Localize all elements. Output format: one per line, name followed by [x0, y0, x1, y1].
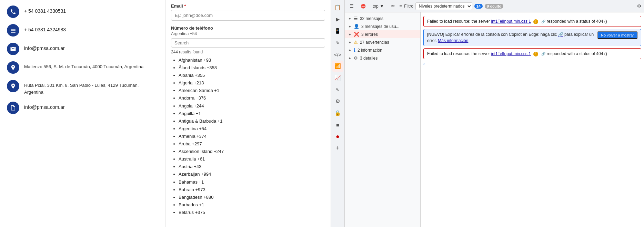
info-link-icon[interactable]: 🔗	[558, 32, 563, 37]
devtools-network-icon[interactable]: 📶	[332, 61, 343, 72]
email-required-marker: *	[183, 3, 186, 9]
email-input[interactable]	[171, 10, 325, 21]
phone1-text: + 54 0381 4330531	[24, 6, 66, 15]
devtools-left-pane: ► ☰ 32 mensajes ► 👤 3 mensajes de usu...…	[345, 12, 421, 227]
country-list-item[interactable]: Bahrain +973	[179, 186, 325, 194]
error-card-2: Failed to load resource: the server int1…	[423, 48, 641, 59]
country-list-item[interactable]: Bahamas +1	[179, 178, 325, 186]
contact-item-email2: info@pmsa.com.ar	[7, 102, 158, 114]
devtools-mobile-icon[interactable]: 📱	[332, 25, 343, 37]
gear-btn[interactable]: ⚙	[637, 3, 641, 9]
country-list-item[interactable]: Albania +355	[179, 72, 325, 79]
phone2-text: + 54 0381 4324983	[24, 24, 66, 33]
info-more-link[interactable]: Más información	[438, 38, 468, 43]
contact-panel: + 54 0381 4330531 + 54 0381 4324983 info…	[0, 0, 165, 227]
phone-country: Argentina +54	[171, 31, 325, 36]
dt-msg-row-errors[interactable]: ► ❌ 3 errores	[345, 30, 420, 38]
contact-item-email1: info@pmsa.com.ar	[7, 43, 158, 55]
dt-row-arrow-details: ►	[348, 56, 352, 60]
email1-text: info@pmsa.com.ar	[24, 43, 65, 52]
error1-link-icon: 🔗	[541, 19, 546, 24]
dt-row-text-warnings: 27 advertencias	[360, 40, 417, 45]
country-list-item[interactable]: Afghanistan +93	[179, 56, 325, 64]
dt-row-arrow-all-messages: ►	[348, 17, 352, 20]
dt-msg-row-details[interactable]: ► ⚙ 3 detalles	[345, 54, 420, 62]
top-dropdown-btn[interactable]: top ▼	[370, 3, 386, 10]
dt-msg-row-info[interactable]: ► ℹ 2 información	[345, 46, 420, 54]
devtools-security-icon[interactable]: 🔒	[332, 107, 343, 118]
country-list-item[interactable]: Åland Islands +358	[179, 64, 325, 72]
country-list-item[interactable]: Barbados +1	[179, 201, 325, 209]
country-list-item[interactable]: Aruba +297	[179, 140, 325, 148]
no-show-button[interactable]: No volver a mostrar	[597, 31, 637, 39]
country-list-item[interactable]: Ascension Island +247	[179, 148, 325, 155]
devtools-wifi-icon[interactable]: ∿	[332, 84, 343, 95]
country-list-item[interactable]: Argentina +54	[179, 125, 325, 133]
devtools-main: ☰ ⛔ top ▼ 👁 ≡ Filtro Niveles predetermin…	[345, 0, 644, 227]
dt-msg-row-warnings[interactable]: ► ⚠ 27 advertencias	[345, 38, 420, 46]
devtools-red-circle-icon[interactable]: ●	[332, 131, 343, 142]
messages-btn[interactable]: ☰	[348, 3, 356, 10]
country-list-item[interactable]: Andorra +376	[179, 94, 325, 102]
country-list-item[interactable]: Angola +244	[179, 102, 325, 110]
levels-select[interactable]: Niveles predeterminados	[415, 2, 472, 10]
email2-text: info@pmsa.com.ar	[24, 102, 65, 111]
country-list-item[interactable]: Antigua & Barbuda +1	[179, 117, 325, 125]
contact-item-address2: Ruta Pcial. 301 Km. 8, San Pablo - Lules…	[7, 80, 158, 95]
dt-row-icon-all-messages: ☰	[354, 16, 358, 21]
contact-item-phone2: + 54 0381 4324983	[7, 24, 158, 37]
country-list-item[interactable]: Australia +61	[179, 155, 325, 163]
email-field-group: Email *	[171, 3, 325, 25]
country-list-item[interactable]: Anguilla +1	[179, 110, 325, 117]
dt-row-icon-user-messages: 👤	[354, 24, 359, 29]
error2-link[interactable]: int1TelInput.min.css:1	[491, 51, 531, 56]
error2-text: Failed to load resource: the server	[427, 51, 491, 56]
country-list-item[interactable]: American Samoa +1	[179, 87, 325, 94]
building-icon	[7, 24, 19, 37]
devtools-memory-icon[interactable]: ■	[332, 119, 343, 130]
contact-item-phone1: + 54 0381 4330531	[7, 6, 158, 18]
contact-item-address1: Matienzo 556, S. M. de Tucumán, 4000 Tuc…	[7, 61, 158, 74]
email-label: Email *	[171, 3, 325, 9]
country-list-item[interactable]: Belarus +375	[179, 209, 325, 216]
country-list: Afghanistan +93Åland Islands +358Albania…	[171, 56, 325, 216]
country-list-item[interactable]: Azerbaijan +994	[179, 171, 325, 178]
country-list-item[interactable]: Algeria +213	[179, 79, 325, 87]
form-panel: Email * Número de teléfono Argentina +54…	[165, 0, 331, 227]
error-card-1: Failed to load resource: the server int1…	[423, 16, 641, 27]
error2-suffix: responded with a status of 404 ()	[547, 51, 607, 56]
address1-text: Matienzo 556, S. M. de Tucumán, 4000 Tuc…	[24, 61, 143, 70]
country-list-item[interactable]: Austria +43	[179, 163, 325, 171]
dt-msg-row-user-messages[interactable]: ► 👤 3 mensajes de usu...	[345, 22, 420, 30]
dt-row-icon-warnings: ⚠	[354, 40, 358, 45]
devtools-application-icon[interactable]: ⚙	[332, 96, 343, 107]
eye-btn[interactable]: 👁	[389, 3, 398, 10]
devtools-panel: 📋 ▶ 📱 ↻ </> 📶 📈 ∿ ⚙ 🔒 ■ ● + ☰ ⛔ top ▼ 👁 …	[331, 0, 644, 227]
country-list-item[interactable]: Armenia +374	[179, 133, 325, 140]
error2-link-icon: 🔗	[541, 52, 546, 56]
dt-msg-row-all-messages[interactable]: ► ☰ 32 mensajes	[345, 14, 420, 22]
devtools-inspect-icon[interactable]: 📋	[332, 2, 343, 13]
dt-row-arrow-warnings: ►	[348, 40, 352, 44]
location-icon-1	[7, 61, 19, 74]
phone-icon	[7, 6, 19, 18]
devtools-body: ► ☰ 32 mensajes ► 👤 3 mensajes de usu...…	[345, 12, 644, 227]
devtools-toolbar: ☰ ⛔ top ▼ 👁 ≡ Filtro Niveles predetermin…	[345, 0, 644, 12]
country-list-item[interactable]: Bangladesh +880	[179, 194, 325, 201]
devtools-source-icon[interactable]: </>	[332, 49, 343, 60]
dt-row-text-all-messages: 32 mensajes	[360, 16, 417, 21]
country-search-input[interactable]	[171, 38, 325, 48]
devtools-add-icon[interactable]: +	[332, 143, 343, 154]
file-icon	[7, 102, 19, 114]
devtools-console-icon[interactable]: ↻	[332, 37, 343, 48]
dt-row-arrow-errors: ►	[348, 32, 352, 36]
block-btn[interactable]: ⛔	[358, 3, 368, 10]
info-card-copilot: [NUEVO] Explicar errores de la consola c…	[423, 29, 641, 46]
expand-arrow[interactable]: ›	[423, 61, 641, 66]
error1-warn-icon: !	[533, 19, 538, 24]
dt-row-text-errors: 3 errores	[361, 32, 417, 37]
devtools-performance-icon[interactable]: 📈	[332, 72, 343, 83]
error1-link[interactable]: int1TelInput.min.css:1	[491, 19, 531, 24]
phone-field-group: Número de teléfono Argentina +54 244 res…	[171, 25, 325, 216]
devtools-cursor-icon[interactable]: ▶	[332, 14, 343, 25]
